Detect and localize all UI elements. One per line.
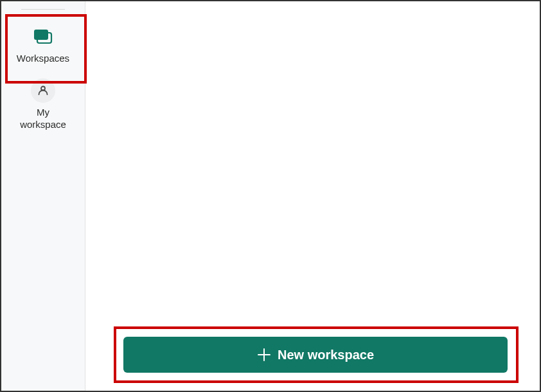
person-icon-wrap [30,78,56,103]
person-icon [31,78,55,103]
main-area [85,1,540,391]
sidebar-item-my-workspace[interactable]: My workspace [1,71,85,138]
sidebar-item-workspaces[interactable]: Workspaces [1,17,85,71]
svg-rect-1 [34,30,48,40]
sidebar-item-label: Workspaces [17,52,69,65]
plus-icon [257,348,271,362]
sidebar-item-label: My workspace [20,106,66,131]
new-workspace-label: New workspace [278,348,374,362]
sidebar-divider [21,9,65,10]
workspaces-icon [30,24,56,49]
new-workspace-button[interactable]: New workspace [123,337,508,373]
sidebar: Workspaces My workspace [1,1,85,391]
